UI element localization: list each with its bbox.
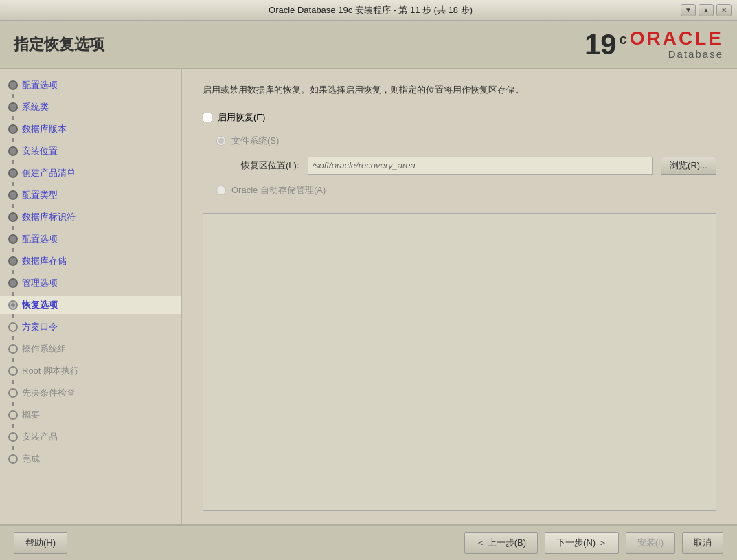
sidebar-item-os-groups: 操作系统组	[0, 340, 181, 358]
logo-super: c	[620, 32, 627, 47]
enable-recovery-row[interactable]: 启用恢复(E)	[203, 111, 716, 124]
filesystem-radio-row[interactable]: 文件系统(S)	[216, 135, 716, 147]
sidebar-bullet-config-options2	[8, 234, 18, 244]
sidebar-bullet-create-inventory	[8, 168, 18, 178]
sidebar-bullet-db-identifier	[8, 212, 18, 222]
sidebar-label-config-options2[interactable]: 配置选项	[22, 233, 58, 245]
footer-left: 帮助(H)	[14, 532, 67, 554]
sidebar-bullet-db-edition	[8, 124, 18, 134]
sidebar-item-config-options2[interactable]: 配置选项	[0, 230, 181, 248]
sidebar-label-summary: 概要	[22, 409, 40, 421]
sidebar-bullet-os-groups	[8, 344, 18, 354]
sidebar-item-db-storage[interactable]: 数据库存储	[0, 252, 181, 270]
sidebar-bullet-finish	[8, 454, 18, 464]
sidebar-label-db-storage[interactable]: 数据库存储	[22, 255, 67, 267]
sidebar-item-finish: 完成	[0, 450, 181, 468]
sidebar-label-system-class[interactable]: 系统类	[22, 101, 49, 113]
info-box	[203, 213, 716, 511]
sidebar-bullet-install-product	[8, 432, 18, 442]
sidebar-label-config-options[interactable]: 配置选项	[22, 79, 58, 91]
footer: 帮助(H) ＜ 上一步(B) 下一步(N) ＞ 安装(I) 取消	[0, 524, 737, 560]
sidebar-label-finish: 完成	[22, 453, 40, 465]
sidebar-item-prereq-check: 先决条件检查	[0, 384, 181, 402]
asm-radio-row[interactable]: Oracle 自动存储管理(A)	[216, 184, 716, 197]
sidebar-label-management-options[interactable]: 管理选项	[22, 277, 58, 289]
sidebar-bullet-schema-password	[8, 322, 18, 332]
sidebar-bullet-install-location	[8, 146, 18, 156]
cancel-button[interactable]: 取消	[682, 532, 723, 554]
header: 指定恢复选项 19 c ORACLE Database	[0, 21, 737, 69]
radio-section: 文件系统(S) 恢复区位置(L): 浏览(R)... Oracle 自动存储管理…	[216, 135, 716, 197]
title-bar-text: Oracle Database 19c 安装程序 - 第 11 步 (共 18 …	[60, 4, 681, 16]
sidebar-label-schema-password[interactable]: 方案口令	[22, 321, 58, 333]
description-text: 启用或禁用数据库的恢复。如果选择启用恢复，则指定的位置将用作恢复区存储。	[203, 83, 716, 98]
sidebar-item-create-inventory[interactable]: 创建产品清单	[0, 164, 181, 182]
sidebar-label-create-inventory[interactable]: 创建产品清单	[22, 167, 76, 179]
sidebar-label-config-type[interactable]: 配置类型	[22, 189, 58, 201]
sidebar-bullet-config-type	[8, 190, 18, 200]
sidebar-bullet-prereq-check	[8, 388, 18, 398]
title-bar-controls: ▼ ▲ ✕	[681, 4, 732, 16]
sidebar-item-config-type[interactable]: 配置类型	[0, 186, 181, 204]
sidebar-item-system-class[interactable]: 系统类	[0, 98, 181, 116]
enable-recovery-label[interactable]: 启用恢复(E)	[218, 111, 265, 124]
sidebar-bullet-root-script	[8, 366, 18, 376]
logo-oracle-text: ORACLE	[630, 29, 723, 48]
oracle-logo: 19 c ORACLE Database	[585, 29, 723, 60]
main-window: 指定恢复选项 19 c ORACLE Database 配置选项 系统类	[0, 21, 737, 560]
sidebar-label-db-edition[interactable]: 数据库版本	[22, 123, 67, 135]
sidebar-bullet-summary	[8, 410, 18, 420]
sidebar-label-db-identifier[interactable]: 数据库标识符	[22, 211, 76, 223]
logo-number: 19	[585, 30, 617, 59]
sidebar-label-root-script: Root 脚本执行	[22, 365, 79, 377]
sidebar-item-install-location[interactable]: 安装位置	[0, 142, 181, 160]
sidebar-item-root-script: Root 脚本执行	[0, 362, 181, 380]
sidebar-label-install-product: 安装产品	[22, 431, 58, 443]
sidebar-item-install-product: 安装产品	[0, 428, 181, 446]
asm-label[interactable]: Oracle 自动存储管理(A)	[231, 184, 326, 197]
sidebar-bullet-config-options	[8, 80, 18, 90]
back-button[interactable]: ＜ 上一步(B)	[464, 532, 538, 554]
page-title: 指定恢复选项	[14, 34, 104, 55]
close-button[interactable]: ✕	[716, 4, 732, 16]
sidebar-bullet-db-storage	[8, 256, 18, 266]
sidebar-label-recovery-options[interactable]: 恢复选项	[22, 299, 58, 311]
sidebar-bullet-recovery-options	[8, 300, 18, 310]
sidebar-item-schema-password[interactable]: 方案口令	[0, 318, 181, 336]
sidebar-bullet-management-options	[8, 278, 18, 288]
minimize-button[interactable]: ▼	[681, 4, 696, 16]
title-bar: Oracle Database 19c 安装程序 - 第 11 步 (共 18 …	[0, 0, 737, 21]
logo-database-text: Database	[630, 48, 723, 60]
restore-button[interactable]: ▲	[699, 4, 714, 16]
sidebar-bullet-system-class	[8, 102, 18, 112]
sidebar-label-os-groups: 操作系统组	[22, 343, 67, 355]
sidebar-item-db-edition[interactable]: 数据库版本	[0, 120, 181, 138]
next-button[interactable]: 下一步(N) ＞	[545, 532, 619, 554]
help-button[interactable]: 帮助(H)	[14, 532, 67, 554]
sidebar-label-install-location[interactable]: 安装位置	[22, 145, 58, 157]
sidebar-label-prereq-check: 先决条件检查	[22, 387, 76, 399]
recovery-location-input[interactable]	[308, 157, 653, 175]
sidebar-item-db-identifier[interactable]: 数据库标识符	[0, 208, 181, 226]
content-area: 配置选项 系统类 数据库版本 安装位置	[0, 69, 737, 524]
footer-right: ＜ 上一步(B) 下一步(N) ＞ 安装(I) 取消	[464, 532, 723, 554]
sidebar: 配置选项 系统类 数据库版本 安装位置	[0, 69, 182, 524]
asm-radio[interactable]	[216, 186, 226, 195]
recovery-location-label: 恢复区位置(L):	[241, 159, 299, 172]
sidebar-item-config-options[interactable]: 配置选项	[0, 76, 181, 94]
filesystem-radio[interactable]	[216, 136, 226, 146]
main-panel: 启用或禁用数据库的恢复。如果选择启用恢复，则指定的位置将用作恢复区存储。 启用恢…	[182, 69, 737, 524]
logo-right: ORACLE Database	[630, 29, 723, 60]
sidebar-item-summary: 概要	[0, 406, 181, 424]
enable-recovery-checkbox[interactable]	[203, 113, 212, 122]
browse-button[interactable]: 浏览(R)...	[661, 157, 716, 175]
filesystem-label[interactable]: 文件系统(S)	[231, 135, 279, 147]
sidebar-item-recovery-options[interactable]: 恢复选项	[0, 296, 181, 314]
recovery-location-row: 恢复区位置(L): 浏览(R)...	[241, 157, 716, 175]
sidebar-item-management-options[interactable]: 管理选项	[0, 274, 181, 292]
install-button[interactable]: 安装(I)	[626, 532, 675, 554]
